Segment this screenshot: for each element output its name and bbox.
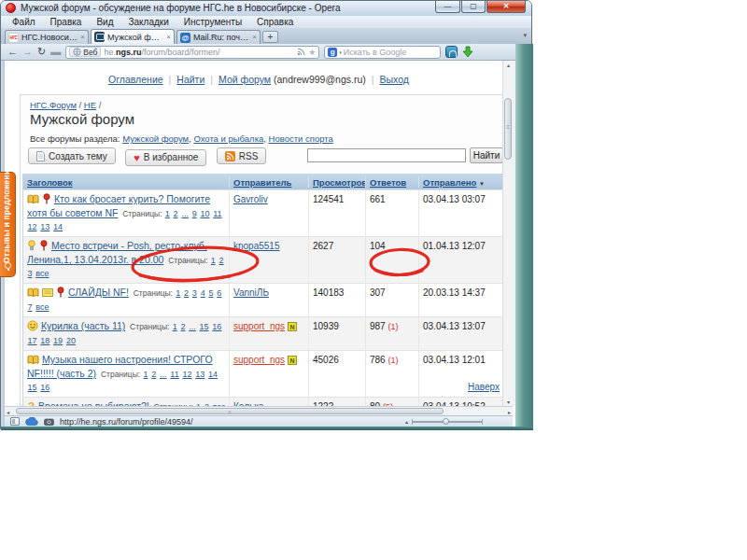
section-forum-link[interactable]: Охота и рыбалка <box>193 133 263 144</box>
download-arrow-icon[interactable] <box>462 46 473 58</box>
search-engine-dropdown-icon[interactable]: ▾ <box>339 49 342 55</box>
bookmark-star-icon[interactable]: ★ <box>308 48 316 57</box>
page-link[interactable]: 1 <box>165 209 170 218</box>
scroll-down-icon[interactable]: ▾ <box>503 399 513 405</box>
topic-link[interactable]: Курилка (часть 11) <box>41 320 125 331</box>
page-link[interactable]: 18 <box>40 336 49 345</box>
page-link[interactable]: 13 <box>195 370 204 379</box>
vertical-scrollbar[interactable]: ▴ ≡ ▾ <box>502 61 513 406</box>
sort-link[interactable]: Заголовок <box>27 177 73 188</box>
nav-logout-link[interactable]: Выход <box>380 74 409 85</box>
google-engine-icon[interactable]: g <box>328 48 337 57</box>
scroll-left-icon[interactable]: ◂ <box>7 409 9 415</box>
page-link[interactable]: 13 <box>40 222 49 231</box>
menu-Файл[interactable]: Файл <box>5 17 43 27</box>
scroll-up-icon[interactable]: ▴ <box>503 62 513 68</box>
menu-Правка[interactable]: Правка <box>43 17 90 27</box>
forward-icon[interactable]: → <box>22 47 33 57</box>
rss-feed-icon[interactable] <box>297 48 305 56</box>
page-link[interactable]: 1 <box>143 370 148 379</box>
page-link[interactable]: 7 <box>28 302 33 312</box>
scroll-right-icon[interactable]: ▸ <box>508 409 511 415</box>
back-to-top-link[interactable]: Наверх <box>468 382 500 392</box>
address-bar[interactable]: Веб he.ngs.ru/forum/board/formen/ ★ <box>65 46 319 59</box>
reload-icon[interactable]: ↻ <box>37 47 46 57</box>
section-forum-link[interactable]: Мужской форум <box>122 133 189 144</box>
page-link[interactable]: 2 <box>174 209 178 218</box>
page-link[interactable]: ... <box>189 322 196 331</box>
feedback-side-tab[interactable]: Отзывы и предложения <box>0 172 16 277</box>
close-button[interactable]: ✕ <box>486 1 526 13</box>
browser-tab[interactable]: НГСНГС.Новосибирск× <box>5 30 89 44</box>
page-link[interactable]: 3 <box>192 288 197 298</box>
section-forum-link[interactable]: Новости спорта <box>269 133 333 144</box>
sender-link[interactable]: support_ngs <box>233 355 285 365</box>
panels-toggle-icon[interactable] <box>10 417 20 426</box>
page-link[interactable]: 5 <box>208 288 213 298</box>
find-button[interactable]: Найти <box>470 147 503 163</box>
page-link[interactable]: все <box>35 269 49 278</box>
browser-tab[interactable]: @Mail.Ru: почта, поиск ...× <box>176 30 261 44</box>
forum-search-input[interactable] <box>307 148 466 162</box>
page-link[interactable]: 4 <box>201 288 205 298</box>
rss-button[interactable]: RSS <box>217 147 267 164</box>
breadcrumb-link[interactable]: НЕ <box>84 100 96 110</box>
page-link[interactable]: 2 <box>151 370 156 379</box>
vertical-scroll-thumb[interactable]: ≡ <box>504 98 512 160</box>
sort-link[interactable]: Просмотров <box>313 177 365 188</box>
page-link[interactable]: ... <box>160 370 167 379</box>
tab-close-icon[interactable]: × <box>166 34 171 41</box>
breadcrumb-link[interactable]: НГС.Форум <box>30 100 77 110</box>
page-link[interactable]: 12 <box>28 222 37 231</box>
search-bar[interactable]: g ▾ Искать в Google <box>324 46 441 59</box>
maximize-button[interactable]: ▢ <box>461 1 486 13</box>
page-link[interactable]: 20 <box>66 336 76 345</box>
menu-Справка[interactable]: Справка <box>249 17 301 27</box>
horizontal-scroll-thumb[interactable]: ≡ <box>16 408 444 414</box>
camera-icon[interactable] <box>44 418 54 426</box>
page-link[interactable]: 6 <box>217 288 221 298</box>
zoom-indicator-icon[interactable]: ▴ <box>405 418 408 425</box>
sender-link[interactable]: support_ngs <box>233 321 285 331</box>
sender-link[interactable]: VanniЛЬ <box>233 287 269 298</box>
opera-turbo-icon[interactable] <box>445 46 458 58</box>
new-tab-button[interactable]: + <box>262 31 278 43</box>
page-link[interactable]: 14 <box>53 222 63 231</box>
sender-link[interactable]: knopa5515 <box>233 241 280 251</box>
tab-close-icon[interactable]: × <box>80 34 85 41</box>
page-link[interactable]: 2 <box>218 256 223 265</box>
nav-find-link[interactable]: Найти <box>176 74 204 85</box>
menu-Инструменты[interactable]: Инструменты <box>176 17 249 27</box>
page-link[interactable]: 11 <box>170 370 178 379</box>
fast-forward-icon[interactable]: ▬ <box>50 47 61 57</box>
nav-myforum-link[interactable]: Мой форум <box>218 74 271 85</box>
page-link[interactable]: 2 <box>180 322 185 331</box>
title-bar[interactable]: Мужской форум - обсуждение на форуме НГС… <box>1 1 531 16</box>
add-favorite-button[interactable]: ♥ В избранное <box>125 149 206 166</box>
page-link[interactable]: 1 <box>176 288 180 298</box>
page-link[interactable]: 1 <box>211 256 216 265</box>
nav-toc-link[interactable]: Оглавление <box>108 74 163 85</box>
page-link[interactable]: 10 <box>200 209 209 218</box>
page-link[interactable]: 14 <box>208 370 218 379</box>
sort-link[interactable]: Ответов <box>370 177 406 188</box>
horizontal-scrollbar[interactable]: ◂ ≡ ▸ <box>5 406 513 415</box>
page-link[interactable]: все <box>35 302 49 312</box>
sort-link[interactable]: Отправитель <box>233 177 291 188</box>
opera-link-cloud-icon[interactable] <box>25 417 38 426</box>
page-link[interactable]: 15 <box>200 322 209 331</box>
page-link[interactable]: 16 <box>212 322 221 331</box>
page-link[interactable]: 16 <box>40 383 49 392</box>
page-link[interactable]: 9 <box>192 209 197 218</box>
menu-Закладки[interactable]: Закладки <box>120 17 176 27</box>
page-link[interactable]: 15 <box>28 383 37 392</box>
zoom-slider[interactable] <box>412 421 483 423</box>
browser-tab[interactable]: Мужской форум - об...× <box>91 29 175 44</box>
page-link[interactable]: 17 <box>28 336 37 345</box>
page-link[interactable]: 2 <box>184 288 189 298</box>
page-link[interactable]: 12 <box>182 370 191 379</box>
page-link[interactable]: 19 <box>53 336 63 345</box>
back-icon[interactable]: ← <box>7 47 18 57</box>
menu-Вид[interactable]: Вид <box>89 17 120 27</box>
zoom-slider-thumb[interactable] <box>443 418 449 425</box>
